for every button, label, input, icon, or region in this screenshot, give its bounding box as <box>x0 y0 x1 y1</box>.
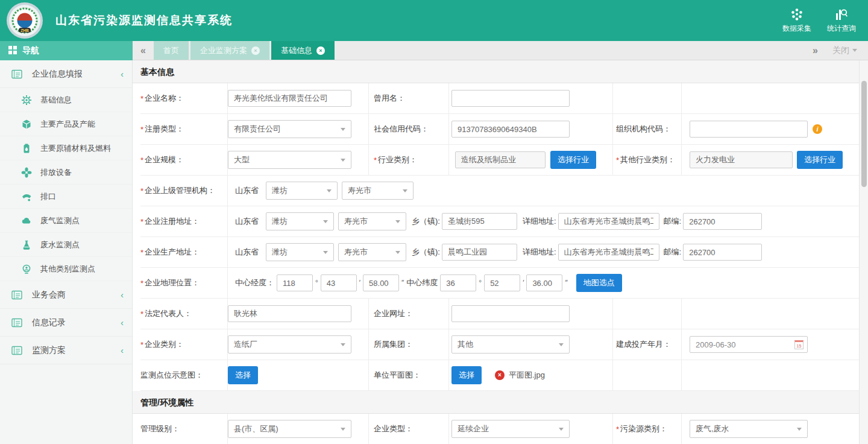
geo-location-label: *企业地理位置： <box>140 268 228 298</box>
form-row: *企业名称： 曾用名： <box>140 83 859 114</box>
calendar-icon[interactable]: 15 <box>794 340 804 349</box>
website-label: 企业网址： <box>369 299 449 329</box>
industry-input[interactable] <box>455 151 546 168</box>
section-title-basic-info: 基本信息 <box>133 60 868 83</box>
other-industry-input[interactable] <box>690 151 793 168</box>
reg-address-detail-input[interactable] <box>558 213 659 230</box>
other-industry-label: *其他行业类别： <box>613 145 682 175</box>
chevron-down-icon <box>323 251 328 256</box>
sidebar-group-info-records[interactable]: 信息记录 ‹ <box>0 309 132 337</box>
company-type-label: *企业类别： <box>140 329 228 360</box>
mgmt-level-select[interactable]: 县(市、区属) <box>228 420 351 438</box>
parent-org-city-select[interactable]: 潍坊 <box>266 182 338 200</box>
select-other-industry-button[interactable]: 选择行业 <box>797 151 843 169</box>
reg-address-county-select[interactable]: 寿光市 <box>338 212 406 230</box>
group-select[interactable]: 其他 <box>451 335 570 354</box>
select-industry-button[interactable]: 选择行业 <box>550 151 596 169</box>
select-plan-button[interactable]: 选择 <box>451 366 482 384</box>
collapse-chevron-icon[interactable]: ‹ <box>121 69 124 79</box>
longitude-sec-input[interactable] <box>363 274 399 291</box>
collapse-chevron-icon[interactable]: ‹ <box>121 317 124 328</box>
longitude-min-input[interactable] <box>321 274 357 291</box>
tab-basic-info[interactable]: 基础信息 × <box>271 41 335 60</box>
stats-query-button[interactable]: 统计查询 <box>827 7 856 34</box>
sidebar-item-products-capacity[interactable]: 主要产品及产能 <box>0 112 132 136</box>
reg-address-zip-input[interactable] <box>683 213 762 230</box>
production-date-input[interactable] <box>690 336 808 353</box>
sidebar-item-other-category-points[interactable]: 其他类别监测点 <box>0 257 132 281</box>
company-name-input[interactable] <box>228 90 351 107</box>
scale-select[interactable]: 大型 <box>228 151 351 169</box>
sidebar-item-raw-materials-fuel[interactable]: 主要原辅材料及燃料 <box>0 136 132 160</box>
sub-bar: 导航 « 首页 企业监测方案 × 基础信息 × » 关闭 <box>0 41 868 60</box>
mgmt-level-label: 管理级别： <box>140 414 228 444</box>
production-date-label: 建成投产年月： <box>613 329 682 360</box>
credit-code-input[interactable] <box>451 121 570 138</box>
sidebar-group-monitor-plan[interactable]: 监测方案 ‹ <box>0 337 132 364</box>
reg-address-town-input[interactable] <box>442 213 517 230</box>
collapse-chevron-icon[interactable]: ‹ <box>121 345 124 355</box>
register-type-select[interactable]: 有限责任公司 <box>228 120 351 138</box>
sidebar-item-label: 排放设备 <box>40 167 72 178</box>
sidebar-item-label: 废气监测点 <box>40 215 80 226</box>
prod-address-label: *企业生产地址： <box>140 237 228 267</box>
scrollbar-thumb[interactable] <box>861 81 867 187</box>
former-name-input[interactable] <box>451 90 570 107</box>
collapse-chevron-icon[interactable]: ‹ <box>121 290 124 300</box>
delete-file-icon[interactable]: × <box>495 370 505 380</box>
prod-address-county-select[interactable]: 寿光市 <box>338 243 406 261</box>
org-code-label: 组织机构代码： <box>613 114 682 144</box>
company-type-select[interactable]: 造纸厂 <box>228 335 351 354</box>
sidebar-item-outlets[interactable]: 排口 <box>0 185 132 209</box>
form-row: *企业地理位置： 中心经度： ° ′ ″ 中心纬度 ° ′ ″ 地图选 <box>140 268 859 299</box>
org-code-input[interactable] <box>690 121 808 138</box>
chevron-down-icon <box>559 343 564 349</box>
close-tabs-menu-button[interactable]: 关闭 <box>832 45 857 56</box>
prod-address-detail-input[interactable] <box>558 244 659 261</box>
tab-enterprise-monitor-plan[interactable]: 企业监测方案 × <box>190 41 269 60</box>
sidebar-item-waste-water-points[interactable]: 废水监测点 <box>0 233 132 257</box>
website-input[interactable] <box>451 305 570 322</box>
vertical-scrollbar[interactable] <box>859 60 868 444</box>
close-icon[interactable]: × <box>251 46 260 55</box>
info-icon[interactable]: i <box>813 124 822 134</box>
legal-rep-input[interactable] <box>228 305 351 322</box>
select-sketch-button[interactable]: 选择 <box>228 366 258 384</box>
reg-address-city-select[interactable]: 潍坊 <box>266 212 334 230</box>
sidebar-group-enterprise-info[interactable]: 企业信息填报 ‹ <box>0 60 132 88</box>
latitude-sec-input[interactable] <box>526 274 562 291</box>
sidebar-group-business-consult[interactable]: 业务会商 ‹ <box>0 281 132 309</box>
tabs-scroll-right-button[interactable]: » <box>813 45 818 56</box>
tab-home-label: 首页 <box>163 45 179 56</box>
sidebar-item-waste-gas-points[interactable]: 废气监测点 <box>0 209 132 233</box>
prod-address-city-select[interactable]: 潍坊 <box>266 243 334 261</box>
latitude-deg-input[interactable] <box>440 274 476 291</box>
prod-address-zip-input[interactable] <box>683 244 762 261</box>
map-pick-button[interactable]: 地图选点 <box>576 274 622 292</box>
dots-grid-icon <box>790 7 804 22</box>
chevron-down-icon <box>327 189 332 195</box>
parent-org-county-select[interactable]: 寿光市 <box>342 182 414 200</box>
prod-address-town-input[interactable] <box>442 244 517 261</box>
data-collection-label: 数据采集 <box>782 24 811 34</box>
sidebar-item-emission-equipment[interactable]: 排放设备 <box>0 160 132 185</box>
chevron-down-icon <box>341 428 345 433</box>
tab-home[interactable]: 首页 <box>154 41 189 60</box>
tabs-scroll-left-button[interactable]: « <box>133 41 154 60</box>
reg-address-label: *企业注册地址： <box>140 206 228 236</box>
zip-label: 邮编: <box>664 247 682 258</box>
enterprise-type-select[interactable]: 延续企业 <box>451 420 570 438</box>
close-icon[interactable]: × <box>316 46 325 55</box>
latitude-min-input[interactable] <box>484 274 520 291</box>
province-label: 山东省 <box>235 185 259 196</box>
data-collection-button[interactable]: 数据采集 <box>782 7 811 34</box>
sidebar-item-label: 其他类别监测点 <box>40 264 95 274</box>
chevron-down-icon <box>341 159 345 164</box>
pollution-type-select[interactable]: 废气,废水 <box>690 420 808 438</box>
plan-file-name: 平面图.jpg <box>509 370 545 381</box>
sidebar-item-label: 主要原辅材料及燃料 <box>40 143 111 154</box>
longitude-deg-input[interactable] <box>277 274 313 291</box>
chevron-down-icon <box>341 128 345 133</box>
form-row: *企业注册地址： 山东省 潍坊 寿光市 乡（镇): 详细地址: 邮编: <box>140 206 859 237</box>
sidebar-item-basic-info[interactable]: 基础信息 <box>0 88 132 112</box>
